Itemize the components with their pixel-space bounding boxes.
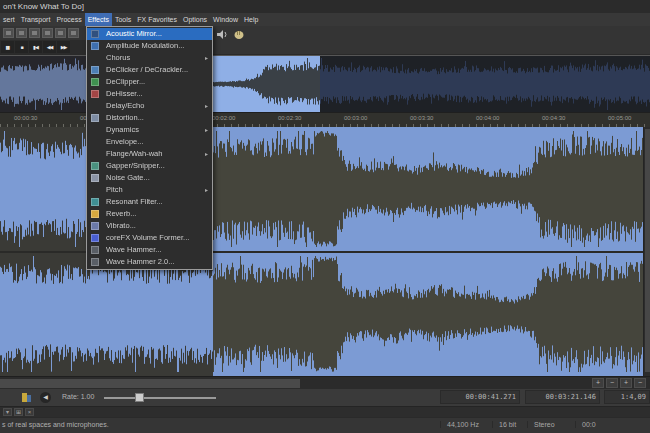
submenu-arrow-icon: ▸ [205,124,208,136]
forward-button[interactable]: ▶▶ [57,41,70,53]
effects-menu-item-label: DeClicker / DeCrackler... [106,65,188,74]
corefx-volume-former-icon [91,234,99,242]
toolbar-icon[interactable] [3,28,14,38]
bit-depth-display: 16 bit [492,421,516,428]
effects-menu-item-dynamics[interactable]: Dynamics▸ [87,124,212,136]
selection-end-display: 00:03:21.146 [525,390,600,404]
resonant-filter-icon [91,198,99,206]
menu-item-options[interactable]: Options [180,13,210,26]
playback-control-bar: ◀ Rate: 1.00 00:00:41.271 00:03:21.146 1… [0,389,650,406]
effects-menu-item-declicker-decrackler[interactable]: DeClicker / DeCrackler... [87,64,212,76]
effects-menu-item-envelope[interactable]: Envelope... [87,136,212,148]
pause-button[interactable]: ▮▮ [1,41,14,53]
effects-menu-item-reverb[interactable]: Reverb... [87,208,212,220]
effects-menu-item-label: Wave Hammer... [106,245,162,254]
effects-menu-item-label: Pitch [106,185,123,194]
menu-item-transport[interactable]: Transport [18,13,54,26]
toolbar-icon[interactable] [16,28,27,38]
submenu-arrow-icon: ▸ [205,148,208,160]
effects-menu-item-pitch[interactable]: Pitch▸ [87,184,212,196]
speaker-icon[interactable] [216,29,228,40]
submenu-arrow-icon: ▸ [205,100,208,112]
rate-slider[interactable] [104,392,216,403]
menu-item-fx-favorites[interactable]: FX Favorites [134,13,180,26]
effects-menu-item-label: DeHisser... [106,89,143,98]
zoom-out-level-button[interactable]: − [634,378,646,388]
transport-bar: ▮▮■▮◀◀◀▶▶ [0,40,86,54]
toolbar-icon[interactable] [29,28,40,38]
effects-menu-item-delay-echo[interactable]: Delay/Echo▸ [87,100,212,112]
effects-menu-item-wave-hammer-2-0[interactable]: Wave Hammer 2.0... [87,256,212,268]
effects-menu-item-label: Envelope... [106,137,144,146]
effects-menu-item-distortion[interactable]: Distortion... [87,112,212,124]
dehisser-icon [91,90,99,98]
effects-menu-item-label: Noise Gate... [106,173,150,182]
effects-menu-item-noise-gate[interactable]: Noise Gate... [87,172,212,184]
channels-display: Stereo [527,421,555,428]
ruler-label: 00:02:00 [212,115,246,121]
effects-menu-item-wave-hammer[interactable]: Wave Hammer... [87,244,212,256]
menu-item-sert[interactable]: sert [0,13,18,26]
menu-item-window[interactable]: Window [210,13,241,26]
ruler-label: 00:02:30 [278,115,312,121]
stop-button[interactable]: ■ [15,41,28,53]
effects-menu-item-label: coreFX Volume Former... [106,233,189,242]
menu-item-tools[interactable]: Tools [112,13,134,26]
effects-menu-item-label: Delay/Echo [106,101,144,110]
effects-menu-item-vibrato[interactable]: Vibrato... [87,220,212,232]
sound-forge-window: on't Know What To Do] sertTransportProce… [0,0,650,433]
toolbar-icon[interactable] [55,28,66,38]
zoom-buttons: + − + − [592,378,646,388]
cursor-position-display: 00:00:41.271 [440,390,520,404]
toolbar-icon[interactable] [42,28,53,38]
prev-marker-icon[interactable]: ◀ [40,392,51,403]
effects-menu-item-label: Wave Hammer 2.0... [106,257,175,266]
vertical-scrollbar[interactable] [643,127,650,376]
vertical-scrollbar-thumb[interactable] [645,129,650,372]
effects-menu-item-gapper-snipper[interactable]: Gapper/Snipper... [87,160,212,172]
menu-item-help[interactable]: Help [241,13,261,26]
check-icon[interactable] [22,393,31,402]
rate-slider-thumb[interactable] [135,393,144,402]
zoom-out-time-button[interactable]: − [606,378,618,388]
effects-menu-item-dehisser[interactable]: DeHisser... [87,88,212,100]
hand-icon[interactable] [233,29,245,40]
toolbar-icon[interactable] [68,28,79,38]
ruler-label: 00:00:30 [14,115,48,121]
selection-length-display: 1:4,09 [604,390,650,404]
submenu-arrow-icon: ▸ [205,52,208,64]
effects-menu-item-declipper[interactable]: DeClipper... [87,76,212,88]
title-bar: on't Know What To Do] [0,0,650,13]
rewind-button[interactable]: ◀◀ [43,41,56,53]
effects-menu-item-chorus[interactable]: Chorus▸ [87,52,212,64]
zoom-in-time-button[interactable]: + [592,378,604,388]
chevron-down-icon[interactable]: ▾ [3,408,12,416]
ruler-label: 00:03:30 [410,115,444,121]
status-message: s of real spaces and microphones. [2,421,109,428]
menu-item-process[interactable]: Process [53,13,84,26]
pin-icon[interactable]: ⊞ [14,408,23,416]
effects-menu-item-label: Amplitude Modulation... [106,41,184,50]
zoom-in-level-button[interactable]: + [620,378,632,388]
wave-hammer-icon [91,246,99,254]
horizontal-scrollbar-thumb[interactable] [0,379,300,388]
effects-menu-item-amplitude-modulation[interactable]: Amplitude Modulation... [87,40,212,52]
effects-menu-item-corefx-volume-former[interactable]: coreFX Volume Former... [87,232,212,244]
distortion-icon [91,114,99,122]
horizontal-scrollbar[interactable]: + − + − [0,376,650,389]
ruler-label: 00:04:30 [542,115,576,121]
ruler-label: 00:05:00 [608,115,642,121]
effects-menu-item-acoustic-mirror[interactable]: Acoustic Mirror... [87,28,212,40]
effects-menu-item-flange-wah-wah[interactable]: Flange/Wah-wah▸ [87,148,212,160]
close-icon[interactable]: × [25,408,34,416]
go-to-start-button[interactable]: ▮◀ [29,41,42,53]
sample-rate-display: 44,100 Hz [440,421,479,428]
submenu-arrow-icon: ▸ [205,184,208,196]
effects-menu-item-label: Vibrato... [106,221,136,230]
menu-item-effects[interactable]: Effects [85,13,112,26]
effects-menu-item-label: Dynamics [106,125,139,134]
effects-menu-item-label: Distortion... [106,113,144,122]
reverb-icon [91,210,99,218]
rate-slider-track[interactable] [104,397,216,399]
effects-menu-item-resonant-filter[interactable]: Resonant Filter... [87,196,212,208]
